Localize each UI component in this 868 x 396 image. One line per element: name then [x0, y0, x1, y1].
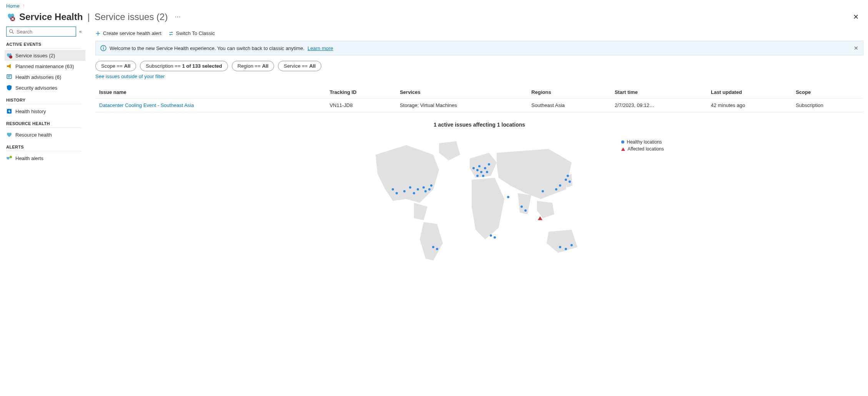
table-row[interactable]: Datacenter Cooling Event - Southeast Asi…: [95, 99, 863, 112]
issue-name-link[interactable]: Datacenter Cooling Event - Southeast Asi…: [99, 102, 194, 108]
filter-value: All: [309, 63, 316, 69]
title-divider: |: [87, 12, 90, 22]
sidebar-item-health-history[interactable]: Health history: [5, 106, 85, 117]
cell-scope: Subscription: [792, 99, 863, 112]
sidebar-item-health-advisories[interactable]: Health advisories (6): [5, 72, 85, 82]
sidebar-item-health-alerts[interactable]: Health alerts: [5, 153, 85, 164]
sidebar-item-security-advisories[interactable]: Security advisories: [5, 82, 85, 93]
sidebar-item-resource-health[interactable]: Resource health: [5, 129, 85, 140]
filter-service[interactable]: Service == All: [278, 61, 321, 71]
filter-region[interactable]: Region == All: [232, 61, 274, 71]
filter-label: Region ==: [238, 63, 261, 69]
svg-point-24: [432, 246, 434, 248]
more-actions-button[interactable]: ···: [175, 13, 181, 20]
breadcrumb-home[interactable]: Home: [6, 3, 20, 9]
sidebar-item-label: Planned maintenance (63): [15, 63, 74, 69]
plus-icon: [95, 31, 101, 36]
svg-point-29: [480, 171, 482, 173]
search-input-wrapper[interactable]: [6, 27, 76, 37]
info-icon: [100, 45, 106, 51]
collapse-sidebar-button[interactable]: «: [79, 29, 82, 34]
close-button[interactable]: ✕: [850, 11, 862, 23]
banner-learn-more-link[interactable]: Learn more: [308, 45, 333, 51]
col-last-updated[interactable]: Last updated: [707, 86, 792, 99]
sidebar-item-service-issues[interactable]: Service issues (2): [5, 50, 85, 61]
svg-point-18: [413, 192, 415, 194]
svg-point-28: [478, 165, 481, 167]
filter-value: 1 of 133 selected: [182, 63, 222, 69]
heart-alert-icon: [6, 52, 12, 58]
svg-point-17: [409, 186, 411, 189]
switch-icon: [168, 31, 174, 36]
sidebar-item-label: Health alerts: [15, 155, 43, 161]
svg-point-42: [559, 184, 561, 187]
section-heading-resource: RESOURCE HEALTH: [6, 121, 81, 128]
shield-icon: [6, 85, 12, 91]
col-tracking-id[interactable]: Tracking ID: [326, 86, 396, 99]
map-section: 1 active issues affecting 1 locations: [95, 122, 863, 271]
create-service-health-alert-button[interactable]: Create service health alert: [95, 30, 161, 36]
map-legend: Healthy locations Affected locations: [621, 139, 664, 153]
map-caption: 1 active issues affecting 1 locations: [95, 122, 863, 128]
svg-point-31: [486, 171, 488, 173]
svg-point-22: [428, 188, 431, 190]
svg-point-34: [488, 163, 490, 165]
col-start-time[interactable]: Start time: [611, 86, 707, 99]
banner-close-button[interactable]: ✕: [854, 45, 858, 51]
svg-point-36: [494, 236, 496, 239]
legend-label: Affected locations: [627, 146, 664, 152]
filter-bar: Scope == All Subscription == 1 of 133 se…: [95, 61, 863, 71]
col-regions[interactable]: Regions: [527, 86, 611, 99]
svg-point-21: [424, 190, 427, 192]
col-issue-name[interactable]: Issue name: [95, 86, 326, 99]
sidebar-item-label: Security advisories: [15, 85, 57, 91]
filter-value: All: [124, 63, 131, 69]
svg-point-8: [10, 156, 12, 158]
svg-point-37: [507, 196, 509, 198]
search-input[interactable]: [17, 29, 73, 35]
filter-subscription[interactable]: Subscription == 1 of 133 selected: [140, 61, 228, 71]
page-title: Service Health: [19, 12, 83, 22]
legend-label: Healthy locations: [627, 139, 662, 145]
col-scope[interactable]: Scope: [792, 86, 863, 99]
svg-point-46: [559, 246, 561, 248]
affected-triangle-icon: [621, 147, 625, 151]
legend-affected: Affected locations: [621, 146, 664, 152]
toolbar-label: Create service health alert: [103, 30, 161, 36]
svg-point-25: [436, 248, 438, 250]
info-banner: Welcome to the new Service Health experi…: [95, 41, 863, 55]
see-issues-outside-filter-link[interactable]: See issues outside of your filter: [95, 74, 165, 79]
svg-point-35: [490, 234, 492, 237]
svg-point-15: [396, 192, 398, 194]
sidebar: « ACTIVE EVENTS Service issues (2) Plann…: [0, 27, 88, 392]
filter-label: Subscription ==: [146, 63, 180, 69]
main-content: Create service health alert Switch To Cl…: [88, 27, 868, 392]
svg-point-14: [392, 188, 394, 190]
healthy-dot-icon: [621, 140, 624, 144]
filter-scope[interactable]: Scope == All: [95, 61, 136, 71]
banner-text: Welcome to the new Service Health experi…: [110, 45, 304, 51]
page-subtitle: Service issues (2): [95, 12, 168, 22]
heart-icon: [6, 132, 12, 138]
filter-label: Service ==: [284, 63, 308, 69]
world-map[interactable]: [356, 132, 602, 270]
svg-point-45: [567, 175, 569, 177]
svg-point-30: [484, 167, 486, 169]
svg-line-2: [12, 32, 14, 34]
svg-point-19: [417, 188, 419, 190]
svg-point-26: [472, 167, 475, 169]
svg-point-1: [10, 30, 13, 33]
cell-services: Storage; Virtual Machines: [396, 99, 527, 112]
svg-point-40: [542, 190, 544, 192]
cell-tracking-id: VN11-JD8: [326, 99, 396, 112]
cell-regions: Southeast Asia: [527, 99, 611, 112]
affected-location-marker[interactable]: [538, 216, 542, 220]
legend-healthy: Healthy locations: [621, 139, 664, 145]
toolbar: Create service health alert Switch To Cl…: [95, 27, 863, 41]
switch-to-classic-button[interactable]: Switch To Classic: [168, 30, 215, 36]
svg-point-3: [9, 55, 12, 58]
service-health-icon: [6, 12, 15, 22]
col-services[interactable]: Services: [396, 86, 527, 99]
sidebar-item-planned-maintenance[interactable]: Planned maintenance (63): [5, 61, 85, 72]
issues-table: Issue name Tracking ID Services Regions …: [95, 86, 863, 112]
